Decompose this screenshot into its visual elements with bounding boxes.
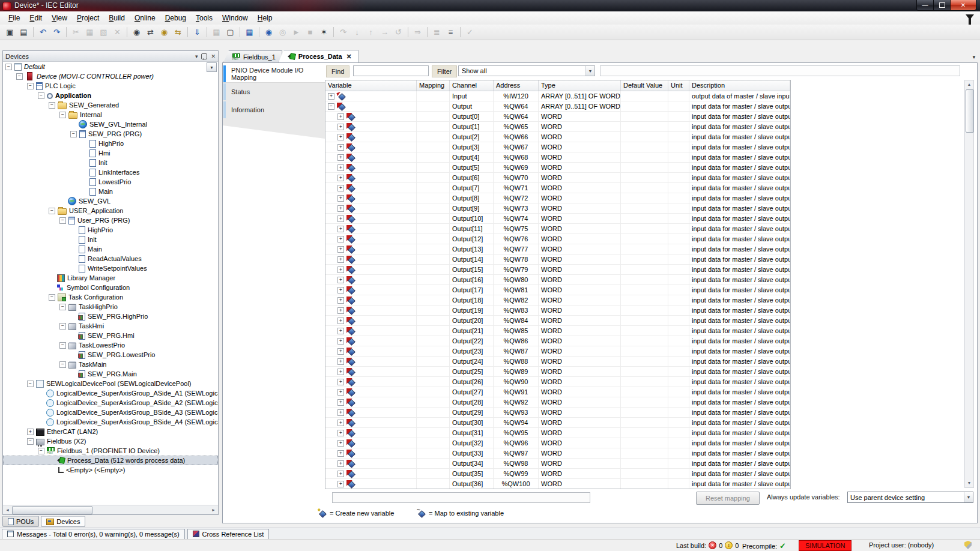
tree-item[interactable]: −SEW_Generated bbox=[3, 100, 218, 110]
tree-item[interactable]: HighPrio bbox=[3, 139, 218, 148]
tree-item[interactable]: SEW_PRG.Hmi bbox=[3, 331, 218, 340]
tree-item[interactable]: LogicalDevice_SuperAxisGroup_ASide_A2 (S… bbox=[3, 398, 218, 408]
tab-fieldbus_1[interactable]: Fieldbus_1 bbox=[223, 50, 282, 62]
table-row[interactable]: +Output[5]%QW69WORDinput data for master… bbox=[325, 163, 790, 173]
print-button[interactable]: ▤ bbox=[17, 26, 30, 38]
save-button[interactable]: ▣ bbox=[4, 26, 16, 38]
row-expander-icon[interactable]: + bbox=[337, 205, 344, 212]
row-expander-icon[interactable]: + bbox=[337, 328, 344, 334]
row-expander-icon[interactable]: + bbox=[337, 460, 344, 467]
tree-item[interactable]: Symbol Configuration bbox=[3, 283, 218, 292]
row-expander-icon[interactable]: + bbox=[337, 277, 344, 283]
download-multiple-button[interactable]: ⇓ bbox=[191, 26, 204, 38]
table-row[interactable]: +Output[8]%QW72WORDinput data for master… bbox=[325, 193, 790, 203]
panel-menu-icon[interactable]: ▾ bbox=[195, 53, 198, 59]
table-row[interactable]: +Output[4]%QW68WORDinput data for master… bbox=[325, 152, 790, 163]
table-row[interactable]: +Output[6]%QW70WORDinput data for master… bbox=[325, 173, 790, 183]
minimize-button[interactable]: — bbox=[917, 0, 934, 10]
menu-edit[interactable]: Edit bbox=[25, 12, 47, 24]
tree-item[interactable]: LogicalDevice_SuperAxisGroup_ASide_A1 (S… bbox=[3, 388, 218, 398]
tree-expander-icon[interactable]: − bbox=[27, 381, 34, 387]
row-expander-icon[interactable]: + bbox=[337, 195, 344, 202]
tree-item[interactable]: WriteSetpointValues bbox=[3, 263, 218, 273]
tree-item[interactable]: Library Manager bbox=[3, 273, 218, 283]
nav-item-pnio-device-module-i-o-mapping[interactable]: PNIO Device Module I/O Mapping bbox=[223, 65, 330, 82]
cross-reference-tab[interactable]: Cross Reference List bbox=[187, 529, 270, 540]
tree-item[interactable]: SEW_PRG.LowestPrio bbox=[3, 350, 218, 360]
reset-mapping-button[interactable]: Reset mapping bbox=[696, 492, 760, 505]
close-button[interactable]: ✕ bbox=[951, 0, 976, 10]
tree-item[interactable]: −Fieldbus_1 (PROFINET IO Device) bbox=[3, 446, 218, 456]
table-row[interactable]: +Output[2]%QW66WORDinput data for master… bbox=[325, 132, 790, 142]
row-expander-icon[interactable]: + bbox=[337, 226, 344, 232]
pin-icon[interactable] bbox=[201, 53, 207, 59]
tree-item[interactable]: Main bbox=[3, 187, 218, 196]
tree-item[interactable]: −Internal bbox=[3, 110, 218, 119]
tree-item[interactable]: −Fieldbus (X2) bbox=[3, 436, 218, 446]
column-header-variable[interactable]: Variable bbox=[325, 80, 417, 91]
row-expander-icon[interactable]: + bbox=[337, 185, 344, 191]
table-row[interactable]: +Output[32]%QW96WORDinput data for maste… bbox=[325, 438, 790, 448]
tree-item[interactable]: Init bbox=[3, 235, 218, 244]
tree-item[interactable]: −SEWLogicalDevicePool (SEWLogicalDeviceP… bbox=[3, 379, 218, 388]
table-row[interactable]: +Output[15]%QW79WORDinput data for maste… bbox=[325, 265, 790, 275]
tree-item[interactable]: −PLC Logic bbox=[3, 81, 218, 91]
menu-window[interactable]: Window bbox=[217, 12, 253, 24]
column-header-description[interactable]: Description bbox=[689, 80, 790, 91]
tree-expander-icon[interactable]: − bbox=[59, 112, 66, 118]
panel-close-icon[interactable]: ✕ bbox=[211, 53, 216, 59]
scrollbar-thumb[interactable] bbox=[966, 89, 974, 133]
replace-in-project-button[interactable]: ⇆ bbox=[172, 26, 184, 38]
module-catalog-button[interactable]: ▦ bbox=[243, 26, 256, 38]
tree-expander-icon[interactable]: − bbox=[27, 438, 34, 445]
table-row[interactable]: +Output[30]%QW94WORDinput data for maste… bbox=[325, 418, 790, 428]
table-row[interactable]: +Output[21]%QW85WORDinput data for maste… bbox=[325, 326, 790, 336]
row-expander-icon[interactable]: + bbox=[337, 369, 344, 375]
undo-button[interactable]: ↶ bbox=[37, 26, 49, 38]
row-expander-icon[interactable]: + bbox=[337, 420, 344, 426]
column-header-channel[interactable]: Channel bbox=[450, 80, 494, 91]
table-row[interactable]: +Output[12]%QW76WORDinput data for maste… bbox=[325, 234, 790, 244]
table-row[interactable]: +Output[7]%QW71WORDinput data for master… bbox=[325, 183, 790, 193]
tree-expander-icon[interactable]: − bbox=[5, 64, 12, 70]
row-expander-icon[interactable]: + bbox=[337, 297, 344, 304]
table-row[interactable]: +Output[20]%QW84WORDinput data for maste… bbox=[325, 316, 790, 326]
row-expander-icon[interactable]: + bbox=[337, 481, 344, 487]
tree-item[interactable]: −TaskLowestPrio bbox=[3, 340, 218, 350]
devices-horizontal-scrollbar[interactable]: ◄ ► bbox=[3, 505, 218, 514]
row-expander-icon[interactable]: + bbox=[337, 246, 344, 253]
maximize-button[interactable] bbox=[934, 0, 951, 10]
tree-expander-icon[interactable]: − bbox=[38, 448, 44, 454]
table-row[interactable]: +Output[10]%QW74WORDinput data for maste… bbox=[325, 214, 790, 224]
table-row[interactable]: +Output[11]%QW75WORDinput data for maste… bbox=[325, 224, 790, 234]
menu-tools[interactable]: Tools bbox=[191, 12, 217, 24]
row-expander-icon[interactable]: + bbox=[337, 409, 344, 416]
column-header-default-value[interactable]: Default Value bbox=[621, 80, 668, 91]
row-expander-icon[interactable]: + bbox=[337, 307, 344, 314]
table-vertical-scrollbar[interactable]: ▲ ▼ bbox=[964, 80, 974, 488]
new-object-button[interactable]: ▢ bbox=[224, 26, 237, 38]
row-expander-icon[interactable]: + bbox=[337, 338, 344, 345]
tree-expander-icon[interactable]: − bbox=[59, 217, 66, 224]
tree-expander-icon[interactable]: − bbox=[59, 342, 66, 349]
tree-item[interactable]: −TaskHighPrio bbox=[3, 302, 218, 312]
table-row[interactable]: +Output[14]%QW78WORDinput data for maste… bbox=[325, 254, 790, 265]
table-row[interactable]: +Output[27]%QW91WORDinput data for maste… bbox=[325, 387, 790, 397]
tree-expander-icon[interactable]: − bbox=[16, 73, 23, 80]
tree-expander-icon[interactable]: − bbox=[49, 208, 55, 214]
row-expander-icon[interactable]: + bbox=[337, 348, 344, 355]
table-row[interactable]: +Output[3]%QW67WORDinput data for master… bbox=[325, 142, 790, 152]
tree-item[interactable]: LogicalDevice_SuperAxisGroup_BSide_A4 (S… bbox=[3, 417, 218, 427]
tab-close-icon[interactable]: ✕ bbox=[346, 53, 352, 61]
table-row[interactable]: +Output[25]%QW89WORDinput data for maste… bbox=[325, 367, 790, 377]
row-expander-icon[interactable]: + bbox=[337, 256, 344, 263]
table-row[interactable]: +Output[28]%QW92WORDinput data for maste… bbox=[325, 397, 790, 408]
menu-project[interactable]: Project bbox=[72, 12, 104, 24]
row-expander-icon[interactable]: − bbox=[328, 103, 334, 110]
menu-debug[interactable]: Debug bbox=[160, 12, 191, 24]
row-expander-icon[interactable]: + bbox=[337, 399, 344, 406]
filter-funnel-icon[interactable] bbox=[966, 14, 974, 20]
tree-item[interactable]: −Default bbox=[3, 62, 218, 71]
tree-item[interactable]: <Empty> (<Empty>) bbox=[3, 465, 218, 475]
tab-process_data[interactable]: Process_Data✕ bbox=[279, 50, 358, 62]
